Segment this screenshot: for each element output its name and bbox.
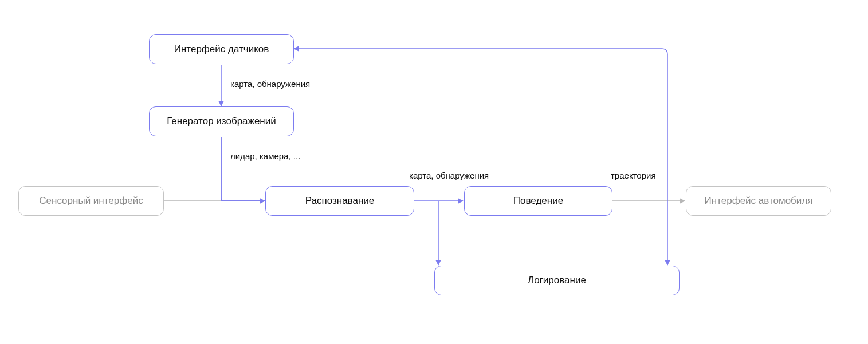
node-sensor-interface: Сенсорный интерфейс <box>18 186 164 216</box>
edge-label-trajectory: траектория <box>611 171 656 180</box>
node-label: Поведение <box>513 195 563 207</box>
node-logging: Логирование <box>434 266 680 295</box>
edge-label-lidar-camera: лидар, камера, ... <box>230 151 300 161</box>
node-label: Интерфейс автомобиля <box>705 195 813 207</box>
node-recognition: Распознавание <box>265 186 414 216</box>
edge-imggen-to-recognition <box>221 137 265 201</box>
node-label: Генератор изображений <box>167 116 276 127</box>
node-label: Распознавание <box>305 195 374 207</box>
node-datchik-interface: Интерфейс датчиков <box>149 34 294 64</box>
diagram-canvas: Сенсорный интерфейс Интерфейс датчиков Г… <box>0 0 868 344</box>
node-image-generator: Генератор изображений <box>149 106 294 136</box>
node-behavior: Поведение <box>464 186 612 216</box>
node-label: Логирование <box>528 275 586 286</box>
node-vehicle-interface: Интерфейс автомобиля <box>686 186 831 216</box>
edge-imggen-to-recognition-arrow <box>221 137 265 201</box>
edge-label-map-detections-1: карта, обнаружения <box>230 79 310 89</box>
node-label: Интерфейс датчиков <box>174 44 269 55</box>
edge-label-map-detections-2: карта, обнаружения <box>409 171 489 180</box>
node-label: Сенсорный интерфейс <box>39 195 143 207</box>
